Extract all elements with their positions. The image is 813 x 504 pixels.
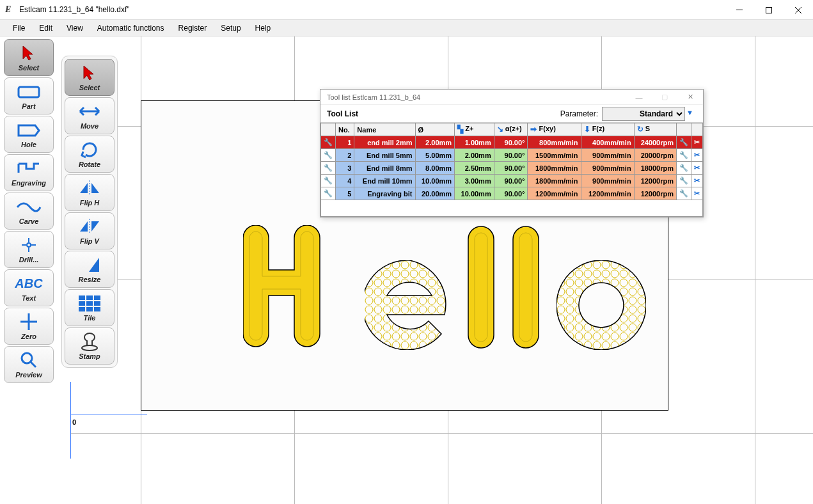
menu-edit[interactable]: Edit	[33, 21, 59, 35]
tool-row[interactable]: 🔧5Engraving bit20.00mm10.00mm90.00°1200m…	[321, 187, 703, 200]
stamp-icon	[80, 332, 99, 351]
text-icon: ABC	[15, 274, 42, 293]
wrench-icon[interactable]: 🔧	[321, 162, 336, 175]
col-no[interactable]: No.	[336, 123, 354, 136]
tool-table[interactable]: No. Name Ø ▚ Z+ ↘ α(z+) ➡ F(xy) ⬇ F(z) ↻…	[320, 123, 703, 217]
tool-part[interactable]: Part	[4, 77, 54, 114]
tool-select2[interactable]: Select	[65, 59, 114, 96]
chevron-down-icon[interactable]: ▼	[686, 109, 697, 119]
col-s[interactable]: ↻ S	[634, 123, 676, 136]
tool-label: Carve	[19, 217, 39, 225]
tool-text[interactable]: ABCText	[4, 269, 54, 306]
tool-label: Flip V	[80, 237, 99, 245]
primary-toolbar: SelectPartHoleEngravingCarveDrill...ABCT…	[4, 39, 54, 383]
flipv-icon	[79, 217, 100, 236]
scissors-icon[interactable]: ✂	[691, 149, 703, 162]
scissors-icon[interactable]: ✂	[691, 136, 703, 149]
col-z[interactable]: ▚ Z+	[455, 123, 494, 136]
col-ang[interactable]: ↘ α(z+)	[494, 123, 528, 136]
tool-hole[interactable]: Hole	[4, 116, 54, 153]
window-title: Estlcam 11.231_b_64 "hello.dxf"	[19, 5, 725, 14]
tool-resize[interactable]: Resize	[65, 251, 114, 288]
svg-rect-15	[94, 301, 100, 306]
maximize-button[interactable]	[754, 0, 784, 20]
tool-fliph[interactable]: Flip H	[65, 174, 114, 211]
scissors-icon[interactable]: ✂	[691, 162, 703, 175]
wrench-icon[interactable]: 🔧	[321, 187, 336, 200]
svg-rect-7	[19, 87, 39, 97]
close-button[interactable]	[784, 0, 813, 20]
app-icon: E	[5, 4, 15, 15]
wrench-icon[interactable]: 🔧	[321, 136, 336, 149]
zero-icon	[19, 312, 38, 331]
tool-drill[interactable]: Drill...	[4, 231, 54, 268]
origin-x-axis	[70, 414, 147, 414]
tool-stamp[interactable]: Stamp	[65, 327, 114, 365]
tool-row[interactable]: 🔧3End mill 8mm8.00mm2.50mm90.00°1800mm/m…	[321, 162, 703, 175]
menu-view[interactable]: View	[60, 21, 90, 35]
tool-row[interactable]: 🔧1end mill 2mm2.00mm1.00mm90.00°800mm/mi…	[321, 136, 703, 149]
tool-move[interactable]: Move	[65, 97, 114, 134]
svg-rect-17	[86, 307, 93, 311]
tool-label: Tile	[84, 314, 96, 322]
wrench-icon[interactable]: 🔧	[321, 175, 336, 187]
tool-label: Select	[19, 64, 39, 72]
svg-rect-0	[736, 10, 743, 10]
refresh-icon: ↻	[637, 125, 643, 134]
tool-engraving[interactable]: Engraving	[4, 154, 54, 191]
tool-flipv[interactable]: Flip V	[65, 212, 114, 249]
tool-select[interactable]: Select	[4, 39, 54, 76]
wrench-icon[interactable]: 🔧	[677, 162, 691, 175]
engraving-icon	[16, 159, 42, 178]
tool-zero[interactable]: Zero	[4, 308, 54, 345]
wrench-icon[interactable]: 🔧	[677, 175, 691, 187]
tool-label: Resize	[79, 276, 101, 283]
tool-label: Flip H	[80, 199, 100, 207]
scissors-icon[interactable]: ✂	[691, 187, 703, 200]
col-dia[interactable]: Ø	[415, 123, 455, 136]
tool-list-minimize[interactable]: —	[626, 90, 652, 105]
stairs-icon: ▚	[457, 125, 463, 134]
origin-label: 0	[72, 418, 76, 426]
svg-rect-3	[468, 226, 494, 348]
wrench-icon[interactable]: 🔧	[677, 149, 691, 162]
scissors-icon[interactable]: ✂	[691, 175, 703, 187]
col-fxy[interactable]: ➡ F(xy)	[528, 123, 581, 136]
tool-preview[interactable]: Preview	[4, 346, 54, 383]
tool-list-maximize[interactable]: ▢	[652, 90, 677, 105]
tool-rotate[interactable]: Rotate	[65, 136, 114, 173]
menu-register[interactable]: Register	[172, 21, 214, 35]
tool-row[interactable]: 🔧4End mill 10mm10.00mm3.00mm90.00°1800mm…	[321, 175, 703, 187]
svg-rect-5	[513, 226, 539, 348]
col-name[interactable]: Name	[354, 123, 415, 136]
arrow-right-icon: ➡	[530, 125, 537, 134]
menu-file[interactable]: File	[6, 21, 31, 35]
arrow-down-icon: ⬇	[584, 125, 590, 134]
menu-help[interactable]: Help	[249, 21, 278, 35]
part-icon	[16, 82, 42, 101]
parameter-select[interactable]: Standard	[602, 107, 685, 121]
tool-list-window[interactable]: Tool list Estlcam 11.231_b_64 — ▢ ✕ Tool…	[320, 89, 704, 217]
menu-setup[interactable]: Setup	[214, 21, 247, 35]
svg-point-8	[27, 243, 31, 247]
tool-label: Text	[22, 294, 36, 302]
tool-tile[interactable]: Tile	[65, 289, 114, 326]
wrench-icon[interactable]: 🔧	[321, 149, 336, 162]
menu-bar: File Edit View Automatic functions Regis…	[0, 20, 813, 36]
arrow-down-icon: ↘	[497, 125, 503, 134]
tool-row[interactable]: 🔧2End mill 5mm5.00mm2.00mm90.00°1500mm/m…	[321, 149, 703, 162]
tool-list-titlebar[interactable]: Tool list Estlcam 11.231_b_64 — ▢ ✕	[320, 90, 703, 105]
menu-automatic[interactable]: Automatic functions	[91, 21, 171, 35]
svg-point-19	[82, 345, 97, 350]
minimize-button[interactable]	[725, 0, 754, 20]
svg-rect-16	[79, 307, 85, 311]
wrench-icon[interactable]: 🔧	[677, 187, 691, 200]
col-fz[interactable]: ⬇ F(z)	[581, 123, 634, 136]
rotate-icon	[80, 140, 99, 159]
svg-point-9	[22, 353, 32, 363]
tool-list-close[interactable]: ✕	[677, 90, 703, 105]
tool-carve[interactable]: Carve	[4, 193, 54, 230]
wrench-icon[interactable]: 🔧	[677, 136, 691, 149]
svg-rect-13	[79, 301, 85, 306]
svg-rect-12	[94, 295, 100, 300]
